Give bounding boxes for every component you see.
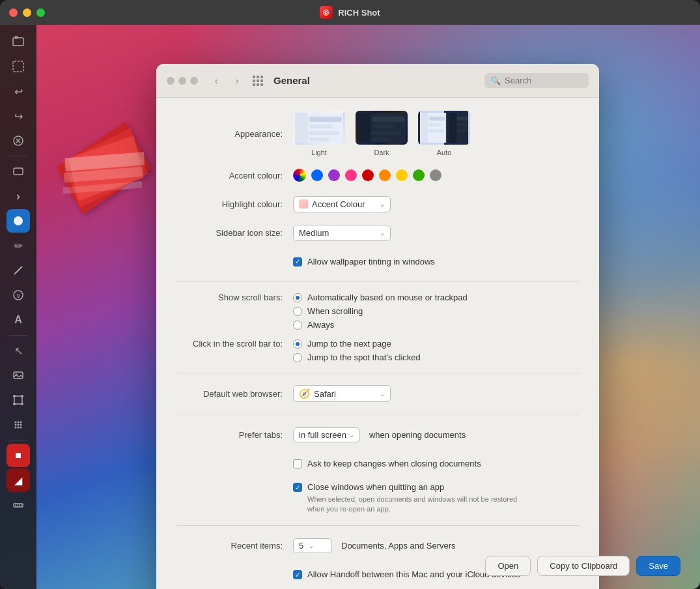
color-green[interactable] [413,169,425,181]
color-blue[interactable] [311,169,323,181]
wallpaper-tinting-row: ✓ Allow wallpaper tinting in windows [176,251,580,271]
scroll-auto-radio[interactable] [293,293,302,302]
traffic-lights [9,8,45,17]
color-purple[interactable] [328,169,340,181]
fullscreen-button[interactable] [36,8,45,17]
svg-rect-58 [429,129,443,132]
selection-tool[interactable] [7,55,30,78]
back-arrow[interactable]: ‹ [208,73,224,89]
toolbar-divider-2 [9,335,27,336]
auto-thumb[interactable] [418,111,470,145]
ask-keep-changes-checkbox[interactable] [293,459,302,468]
svg-point-26 [20,427,22,429]
close-button[interactable] [9,8,18,17]
highlight-colour-dropdown[interactable]: Accent Colour ⌄ [293,196,391,212]
appearance-light[interactable]: Light [293,111,345,156]
close-windows-checkbox[interactable]: ✓ [293,483,302,492]
allow-handoff-checkbox[interactable]: ✓ [293,570,302,579]
settings-panel: ‹ › General 🔍 [156,64,599,589]
search-box[interactable]: 🔍 [484,73,589,88]
svg-rect-49 [372,137,391,141]
jump-spot-radio[interactable] [293,353,302,362]
color-orange[interactable] [379,169,391,181]
svg-point-23 [20,424,22,426]
arrow-tool[interactable]: › [7,184,30,208]
svg-rect-55 [457,117,470,121]
jump-next-row: Jump to the next page [293,339,421,349]
settings-content: Appearance: [156,98,599,589]
scroll-always-radio[interactable] [293,321,302,330]
color-yellow[interactable] [396,169,408,181]
color-darkred-tool[interactable]: ◢ [7,468,30,492]
left-toolbar: ↩ ↪ › ✏ [0,25,36,589]
grid-view-icon[interactable] [253,76,263,86]
svg-rect-48 [372,131,401,135]
scroll-when-radio[interactable] [293,307,302,316]
click-scroll-bar-label: Click in the scroll bar to: [176,339,293,349]
accent-colour-row: Accent colour: [176,165,580,185]
save-button[interactable]: Save [636,556,680,576]
number-tool[interactable]: 9 [7,283,30,307]
panel-title: General [273,75,479,86]
highlight-colour-row: Highlight colour: Accent Colour ⌄ [176,194,580,214]
appearance-section: Appearance: [176,111,580,282]
scroll-bars-section: Show scroll bars: Automatically based on… [176,293,580,373]
window-frame: 🎯 RICH Shot ↩ ↪ [0,0,700,589]
pen-tool[interactable]: ✏ [7,234,30,257]
bottom-action-bar: Open Copy to Clipboard Save [485,556,680,576]
browser-section: Default web browser: 🧭 Safari ⌄ [176,384,580,414]
copy-to-clipboard-button[interactable]: Copy to Clipboard [537,556,630,576]
recent-items-dropdown[interactable]: 5 ⌄ [293,538,332,553]
sidebar-icon-size-dropdown[interactable]: Medium ⌄ [293,225,391,241]
appearance-dark[interactable]: Dark [356,111,408,156]
ruler-tool[interactable] [7,493,30,517]
color-pink[interactable] [345,169,357,181]
jump-next-label: Jump to the next page [307,339,391,349]
wallpaper-tinting-checkbox[interactable]: ✓ [293,257,302,266]
svg-point-14 [13,395,16,397]
open-button[interactable]: Open [485,556,531,576]
grid-tool[interactable] [7,413,30,437]
svg-rect-40 [309,117,342,122]
search-input[interactable] [505,76,582,85]
cursor-tool[interactable]: ↖ [7,339,30,362]
appearance-auto[interactable]: Auto [418,111,470,156]
default-browser-dropdown[interactable]: 🧭 Safari ⌄ [293,385,391,402]
image-tool[interactable] [7,364,30,387]
crop-tool[interactable] [7,388,30,412]
click-scroll-bar-options: Jump to the next page Jump to the spot t… [293,339,421,362]
jump-next-radio[interactable] [293,339,302,349]
forward-arrow[interactable]: › [229,73,245,89]
light-thumb[interactable] [293,111,345,145]
fill-tool[interactable] [7,209,30,233]
show-scroll-bars-options: Automatically based on mouse or trackpad… [293,293,468,330]
color-red[interactable] [362,169,374,181]
click-scroll-bar-row: Click in the scroll bar to: Jump to the … [176,339,580,362]
scroll-auto-label: Automatically based on mouse or trackpad [307,293,468,302]
rectangle-tool[interactable] [7,160,30,183]
color-red-tool[interactable]: ■ [7,444,30,467]
svg-point-25 [18,427,20,429]
show-scroll-bars-label: Show scroll bars: [176,293,293,302]
svg-point-17 [21,403,23,405]
jump-spot-row: Jump to the spot that's clicked [293,352,421,362]
line-tool[interactable] [7,259,30,282]
svg-point-16 [13,403,16,405]
dark-thumb[interactable] [356,111,408,145]
chevron-down-icon-3: ⌄ [380,390,385,397]
prefer-tabs-dropdown[interactable]: in full screen ⌄ [293,427,360,442]
screenshot-tool[interactable] [7,30,30,53]
svg-rect-53 [449,113,456,145]
text-tool[interactable]: A [7,308,30,332]
highlight-color-preview [299,199,308,208]
highlight-colour-label: Highlight colour: [176,199,293,209]
undo-tool[interactable]: ↩ [7,79,30,103]
color-gray[interactable] [430,169,441,181]
toolbar-divider-1 [9,156,27,156]
panel-dot-1 [167,77,175,85]
minimize-button[interactable] [23,8,31,17]
redo-tool[interactable]: ↪ [7,104,30,128]
color-multicolor[interactable] [293,169,306,182]
jump-spot-label: Jump to the spot that's clicked [307,352,421,362]
close-tool[interactable] [7,129,30,152]
